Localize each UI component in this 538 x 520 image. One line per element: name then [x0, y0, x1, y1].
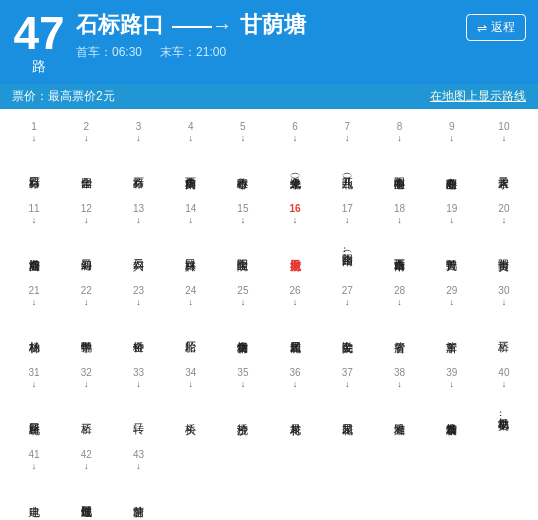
- stop-number: 18: [394, 203, 405, 215]
- stop-marker-icon: ↓: [84, 379, 89, 389]
- stop-cell[interactable]: 10↓碧水云天: [478, 117, 530, 199]
- stop-number: 34: [185, 367, 196, 379]
- stop-marker-icon: ↓: [293, 297, 298, 307]
- stop-marker-icon: ↓: [293, 133, 298, 143]
- stop-cell[interactable]: 42↓通银配件城: [60, 445, 112, 520]
- stop-cell[interactable]: 30↓三桥: [478, 281, 530, 363]
- stop-cell[interactable]: 40↓机动车交易…: [478, 363, 530, 445]
- stop-name: 湘雅堤: [393, 389, 406, 441]
- subheader: 票价：最高票价2元 在地图上显示路线: [0, 84, 538, 109]
- origin: 石标路口: [76, 10, 164, 40]
- arrow-icon: ——→: [172, 14, 232, 37]
- stop-number: 2: [84, 121, 90, 133]
- stop-cell[interactable]: 17↓金阳南路（…: [321, 199, 373, 281]
- stop-cell[interactable]: 36↓花果村: [269, 363, 321, 445]
- stop-cell[interactable]: 38↓湘雅堤: [373, 363, 425, 445]
- stop-name: 八匹马（北）: [341, 143, 354, 195]
- stop-cell[interactable]: 39↓新发装饰市场: [426, 363, 478, 445]
- stop-cell[interactable]: 23↓金钟桥: [112, 281, 164, 363]
- stop-cell[interactable]: 4↓西南美食广场: [165, 117, 217, 199]
- stop-cell[interactable]: 34↓头桥: [165, 363, 217, 445]
- stop-cell[interactable]: 33↓二转: [112, 363, 164, 445]
- stop-cell[interactable]: 19↓野鸭首大: [426, 199, 478, 281]
- stop-marker-icon: ↓: [241, 215, 246, 225]
- stop-marker-icon: ↓: [241, 133, 246, 143]
- stop-cell[interactable]: 14↓兴林路口: [165, 199, 217, 281]
- stop-cell[interactable]: 35↓浣沙桥: [217, 363, 269, 445]
- stop-marker-icon: ↓: [241, 379, 246, 389]
- stop-marker-icon: ↓: [136, 215, 141, 225]
- stop-number: 40: [498, 367, 509, 379]
- stop-cell[interactable]: 13↓兴云二幻: [112, 199, 164, 281]
- stop-name: 金关勘院: [341, 307, 354, 359]
- stop-marker-icon: ↓: [449, 215, 454, 225]
- stop-number: 27: [342, 285, 353, 297]
- stop-marker-icon: ↓: [84, 133, 89, 143]
- stop-marker-icon: ↓: [84, 461, 89, 471]
- stop-cell[interactable]: 9↓新瑞商业中心: [426, 117, 478, 199]
- stop-cell[interactable]: 2↓金华园: [60, 117, 112, 199]
- stop-name: 市行政中心: [236, 143, 249, 195]
- stop-cell[interactable]: 20↓贵阳首大: [478, 199, 530, 281]
- stop-cell[interactable]: 1↓石标路口: [8, 117, 60, 199]
- stop-cell[interactable]: 32↓三桥: [60, 363, 112, 445]
- stop-name: 兴云二幻: [132, 225, 145, 277]
- stop-cell[interactable]: 8↓黎阳商业中心: [373, 117, 425, 199]
- stop-cell[interactable]: 43↓甘荫塘: [112, 445, 164, 520]
- stop-marker-icon: ↓: [293, 379, 298, 389]
- stop-cell[interactable]: 41↓电建: [8, 445, 60, 520]
- stop-number: 42: [81, 449, 92, 461]
- stop-marker-icon: ↓: [136, 461, 141, 471]
- route-title: 石标路口 ——→ 甘荫塘: [76, 10, 456, 40]
- stop-number: 21: [29, 285, 40, 297]
- stop-number: 6: [292, 121, 298, 133]
- stop-marker-icon: ↓: [188, 297, 193, 307]
- stop-cell[interactable]: 15↓金阳医院: [217, 199, 269, 281]
- stop-cell[interactable]: 29↓车管所: [426, 281, 478, 363]
- stop-cell[interactable]: 37↓花果园: [321, 363, 373, 445]
- stop-name: 石标路: [132, 143, 145, 195]
- stop-number: 11: [29, 203, 40, 215]
- stop-name: 金阳南路（…: [341, 225, 354, 277]
- stop-cell[interactable]: 24↓轮胎厂: [165, 281, 217, 363]
- stop-number: 13: [133, 203, 144, 215]
- stop-cell[interactable]: 22↓野鸭中学: [60, 281, 112, 363]
- stop-cell[interactable]: 28↓省管所: [373, 281, 425, 363]
- stop-marker-icon: ↓: [397, 297, 402, 307]
- stop-cell[interactable]: 7↓八匹马（北）: [321, 117, 373, 199]
- stop-number: 28: [394, 285, 405, 297]
- stop-number: 41: [29, 449, 40, 461]
- stop-cell[interactable]: 26↓天然居花园: [269, 281, 321, 363]
- stop-name: 贵阳首大: [497, 225, 510, 277]
- return-label: 返程: [491, 19, 515, 36]
- stop-name: 电建: [28, 471, 41, 520]
- stop-marker-icon: ↓: [32, 379, 37, 389]
- stop-cell[interactable]: 3↓石标路: [112, 117, 164, 199]
- stop-marker-icon: ↓: [32, 215, 37, 225]
- stop-cell[interactable]: 31↓三桥北路口: [8, 363, 60, 445]
- stop-marker-icon: ↓: [32, 297, 37, 307]
- stop-number: 5: [240, 121, 246, 133]
- return-button[interactable]: ⇌ 返程: [466, 14, 526, 41]
- stop-cell[interactable]: 6↓绿色未来（北）: [269, 117, 321, 199]
- stops-grid: 1↓石标路口2↓金华园3↓石标路4↓西南美食广场5↓市行政中心6↓绿色未来（北）…: [0, 109, 538, 520]
- stop-cell[interactable]: 12↓碧海二幻: [60, 199, 112, 281]
- stop-cell[interactable]: 27↓金关勘院: [321, 281, 373, 363]
- stop-name: 金钟桥: [132, 307, 145, 359]
- stop-name: 西南美食广场: [184, 143, 197, 195]
- stop-cell[interactable]: 21↓柏杨林: [8, 281, 60, 363]
- stop-cell[interactable]: 5↓市行政中心: [217, 117, 269, 199]
- stop-cell[interactable]: 25↓金关钢材市场: [217, 281, 269, 363]
- stop-cell[interactable]: 11↓碧海商业广场: [8, 199, 60, 281]
- show-map-link[interactable]: 在地图上显示路线: [430, 88, 526, 105]
- stop-marker-icon: ↓: [293, 215, 298, 225]
- stop-number: 26: [290, 285, 301, 297]
- stop-marker-icon: ↓: [449, 379, 454, 389]
- stop-cell[interactable]: 18↓西南五全市场: [373, 199, 425, 281]
- stop-number: 20: [498, 203, 509, 215]
- stop-marker-icon: ↓: [449, 133, 454, 143]
- stop-cell[interactable]: 16↓龙泉街口: [269, 199, 321, 281]
- stop-number: 33: [133, 367, 144, 379]
- header: 47 路 石标路口 ——→ 甘荫塘 首车：06:30 末车：21:00 ⇌ 返程: [0, 0, 538, 84]
- stop-number: 35: [237, 367, 248, 379]
